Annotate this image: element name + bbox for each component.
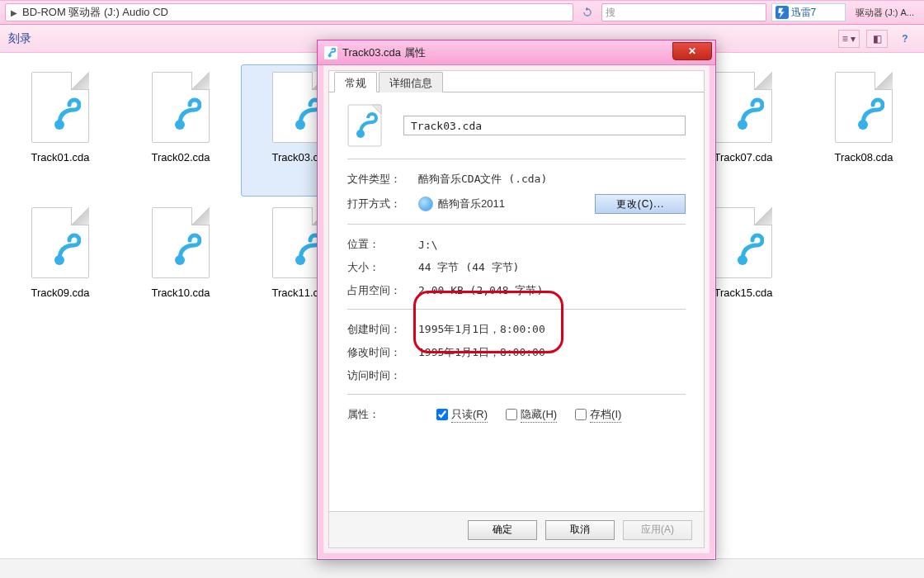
file-icon — [714, 207, 772, 278]
file-icon — [835, 72, 893, 143]
file-label: Track01.cda — [31, 151, 89, 163]
dialog-titlebar[interactable]: Track03.cda 属性 ✕ — [318, 40, 715, 65]
drive-label: 驱动器 (J:) A... — [851, 7, 920, 19]
checkbox-archive[interactable]: 存档(I) — [575, 407, 621, 423]
label-openwith: 打开方式： — [347, 197, 418, 211]
file-label: Track09.cda — [31, 287, 89, 299]
xunlei-badge[interactable]: 迅雷7 — [771, 3, 846, 21]
help-button[interactable]: ? — [894, 30, 916, 48]
xunlei-icon — [776, 6, 789, 19]
breadcrumb-arrow-icon: ▶ — [11, 8, 17, 17]
svg-point-6 — [54, 255, 64, 265]
dialog-app-icon — [324, 46, 337, 59]
file-icon — [31, 72, 89, 143]
file-label: Track02.cda — [151, 151, 210, 163]
label-size-on-disk: 占用空间： — [347, 283, 418, 298]
file-label: Track08.cda — [834, 151, 893, 163]
value-openwith: 酷狗音乐2011 — [438, 197, 595, 211]
xunlei-label: 迅雷7 — [791, 6, 817, 20]
tab-details[interactable]: 详细信息 — [379, 72, 443, 92]
tab-row: 常规 详细信息 — [329, 71, 704, 92]
filename-input[interactable] — [403, 116, 686, 135]
file-label: Track15.cda — [714, 287, 772, 299]
change-button[interactable]: 更改(C)... — [595, 194, 686, 214]
file-icon — [714, 72, 772, 143]
openwith-app-icon — [418, 197, 433, 211]
svg-point-1 — [54, 120, 64, 130]
music-note-icon — [851, 95, 884, 135]
file-label: Track07.cda — [714, 151, 772, 163]
value-size: 44 字节 (44 字节) — [418, 260, 686, 275]
music-note-icon — [168, 95, 201, 135]
music-note-icon — [168, 230, 201, 270]
svg-point-7 — [175, 255, 185, 265]
label-filetype: 文件类型： — [347, 172, 418, 187]
music-note-icon — [48, 230, 81, 270]
properties-dialog: Track03.cda 属性 ✕ 常规 详细信息 — [317, 40, 716, 560]
value-created: 1995年1月1日，8:00:00 — [418, 322, 686, 337]
svg-point-8 — [295, 255, 305, 265]
label-size: 大小： — [347, 260, 418, 275]
view-options-button[interactable]: ≡ ▾ — [838, 30, 860, 48]
address-bar: ▶ BD-ROM 驱动器 (J:) Audio CD 搜 迅雷7 驱动器 (J:… — [0, 0, 924, 25]
search-input[interactable]: 搜 — [601, 3, 766, 21]
file-item[interactable]: Track01.cda — [0, 64, 120, 197]
ok-button[interactable]: 确定 — [468, 520, 537, 540]
svg-point-13 — [356, 130, 365, 138]
file-item[interactable]: Track10.cda — [120, 200, 241, 332]
svg-point-9 — [738, 255, 747, 265]
status-bar — [0, 558, 924, 578]
file-type-icon — [347, 104, 382, 147]
cancel-button[interactable]: 取消 — [545, 520, 615, 540]
preview-pane-button[interactable]: ◧ — [866, 30, 888, 48]
dialog-button-row: 确定 取消 应用(A) — [329, 511, 704, 547]
label-location: 位置： — [347, 237, 418, 252]
value-filetype: 酷狗音乐CDA文件 (.cda) — [418, 172, 686, 187]
file-icon — [152, 72, 210, 143]
file-icon — [152, 207, 210, 278]
label-attributes: 属性： — [347, 407, 418, 422]
label-accessed: 访问时间： — [347, 368, 418, 383]
music-note-icon — [731, 95, 764, 135]
file-item[interactable]: Track02.cda — [120, 64, 241, 197]
svg-point-2 — [175, 120, 185, 130]
music-note-icon — [48, 95, 81, 135]
svg-point-4 — [738, 120, 747, 130]
file-label: Track10.cda — [151, 287, 210, 299]
close-button[interactable]: ✕ — [672, 42, 712, 60]
svg-point-11 — [328, 54, 332, 57]
search-placeholder: 搜 — [606, 6, 615, 20]
value-modified: 1995年1月1日，8:00:00 — [418, 345, 686, 360]
file-icon — [31, 207, 89, 278]
svg-point-3 — [295, 120, 305, 130]
dialog-title: Track03.cda 属性 — [342, 45, 672, 60]
file-item[interactable]: Track09.cda — [0, 200, 120, 332]
checkbox-hidden[interactable]: 隐藏(H) — [506, 407, 557, 423]
burn-button[interactable]: 刻录 — [8, 31, 31, 46]
address-text: BD-ROM 驱动器 (J:) Audio CD — [22, 5, 168, 20]
tab-general[interactable]: 常规 — [334, 72, 377, 92]
address-path[interactable]: ▶ BD-ROM 驱动器 (J:) Audio CD — [5, 3, 573, 21]
refresh-button[interactable] — [578, 3, 596, 21]
value-location: J:\ — [418, 239, 686, 251]
music-note-icon — [731, 230, 764, 270]
file-item[interactable]: Track08.cda — [804, 64, 924, 197]
checkbox-readonly[interactable]: 只读(R) — [436, 407, 488, 423]
label-created: 创建时间： — [347, 322, 418, 337]
svg-point-5 — [858, 120, 868, 130]
apply-button[interactable]: 应用(A) — [623, 520, 692, 540]
value-size-on-disk: 2.00 KB (2,048 字节) — [418, 283, 686, 298]
label-modified: 修改时间： — [347, 345, 418, 360]
